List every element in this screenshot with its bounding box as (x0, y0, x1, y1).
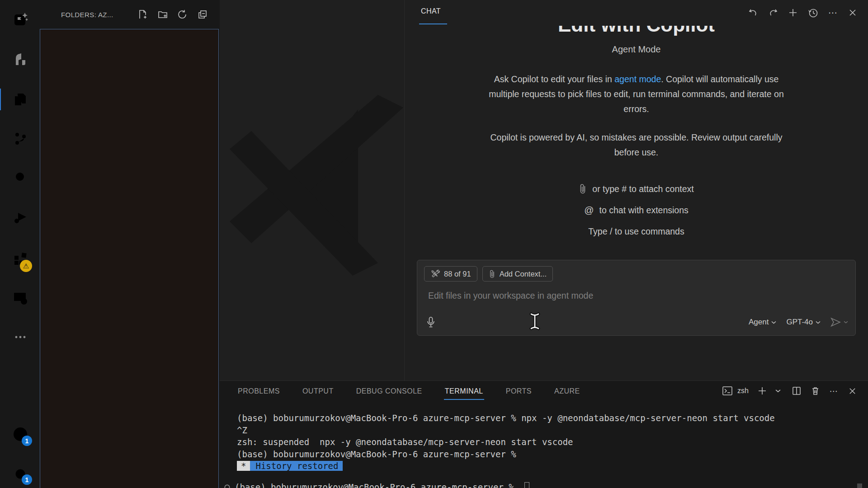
source-control-icon[interactable] (10, 129, 30, 149)
hint-use-commands: Type / to use commands (405, 226, 868, 237)
chat-tab-active-underline (419, 23, 447, 24)
explorer-sidebar: FOLDERS: AZ... (41, 0, 220, 488)
vscode-window: ⚠ 1 1 FOLDERS: AZ... (0, 0, 868, 488)
kill-terminal-icon[interactable] (809, 385, 821, 397)
hint-chat-extensions: @ to chat with extensions (405, 205, 868, 216)
model-selector[interactable]: GPT-4o (786, 318, 821, 327)
chat-input-box[interactable]: 88 of 91 Add Context... Edit files in yo… (417, 260, 856, 336)
tools-count-pill[interactable]: 88 of 91 (424, 266, 477, 282)
explorer-icon[interactable] (10, 89, 30, 109)
refresh-icon[interactable] (176, 8, 189, 21)
terminal-line-history: *History restored (237, 460, 775, 472)
at-sign-icon: @ (584, 205, 594, 216)
terminal-line: ^Z (237, 424, 775, 436)
terminal-icon (722, 385, 733, 397)
terminal-last-line: (base) boburumurzokov@MacBook-Pro-6 azur… (224, 482, 529, 488)
new-chat-icon[interactable] (787, 6, 799, 19)
tab-terminal[interactable]: TERMINAL (444, 385, 484, 397)
tools-count-label: 88 of 91 (444, 270, 471, 278)
extensions-warning-badge: ⚠ (20, 260, 32, 272)
chat-panel-header: CHAT ⋯ (405, 0, 868, 26)
active-view-indicator (0, 89, 1, 110)
paperclip-icon (579, 183, 587, 194)
hint-text: to chat with extensions (599, 205, 689, 216)
history-restored-badge: History restored (250, 461, 343, 471)
model-label: GPT-4o (786, 318, 813, 327)
split-terminal-icon[interactable] (791, 385, 802, 397)
tab-azure[interactable]: AZURE (553, 385, 581, 397)
microphone-icon[interactable] (426, 316, 435, 328)
tab-debug-console[interactable]: DEBUG CONSOLE (355, 385, 423, 397)
mode-selector[interactable]: Agent (749, 318, 776, 327)
hint-attach-context: or type # to attach context (405, 183, 868, 194)
chat-welcome-subtitle: Agent Mode (405, 44, 868, 55)
chat-close-icon[interactable] (846, 6, 859, 19)
copilot-edits-icon[interactable] (10, 9, 30, 29)
account-badge: 1 (22, 436, 32, 446)
explorer-tree-empty[interactable] (40, 29, 219, 488)
hint-text: Type / to use commands (588, 226, 684, 237)
bottom-panel: PROBLEMS OUTPUT DEBUG CONSOLE TERMINAL P… (220, 380, 868, 488)
panel-more-icon[interactable]: ⋯ (828, 385, 840, 397)
chat-welcome-title: Edit with Copilot (405, 26, 868, 36)
tab-chat[interactable]: CHAT (421, 7, 441, 15)
more-views-icon[interactable] (10, 327, 30, 347)
search-icon[interactable] (10, 168, 30, 188)
paperclip-icon (489, 269, 495, 279)
send-icon (830, 317, 841, 327)
remote-explorer-icon[interactable] (10, 288, 30, 308)
collapse-all-icon[interactable] (196, 8, 209, 21)
chat-input-placeholder: Edit files in your workspace in agent mo… (428, 291, 593, 301)
paragraph-text: Ask Copilot to edit your files in (494, 74, 615, 84)
chat-welcome-paragraph: Ask Copilot to edit your files in agent … (487, 72, 786, 117)
chevron-down-icon (816, 321, 821, 324)
activity-bar: ⚠ 1 1 (0, 0, 41, 488)
chevron-down-icon (844, 321, 848, 324)
chevron-down-icon (771, 321, 776, 324)
panel-close-icon[interactable] (846, 385, 858, 397)
chat-more-icon[interactable]: ⋯ (826, 6, 839, 19)
terminal-output[interactable]: (base) boburumurzokov@MacBook-Pro-6 azur… (237, 412, 775, 472)
terminal-line: zsh: suspended npx -y @neondatabase/mcp-… (237, 436, 775, 448)
terminal-scrollbar-thumb[interactable] (857, 483, 862, 488)
shell-name-label[interactable]: zsh (737, 387, 749, 395)
tab-output[interactable]: OUTPUT (302, 385, 335, 397)
send-button[interactable] (830, 317, 848, 327)
hint-text: or type # to attach context (592, 184, 693, 194)
terminal-prompt-text: (base) boburumurzokov@MacBook-Pro-6 azur… (235, 482, 519, 488)
chat-caution-paragraph: Copilot is powered by AI, so mistakes ar… (487, 130, 786, 160)
sidebar-title: FOLDERS: AZ... (61, 11, 113, 19)
add-context-label: Add Context... (500, 270, 547, 278)
undo-icon[interactable] (747, 6, 760, 19)
text-cursor-pointer (528, 312, 542, 331)
new-folder-icon[interactable] (156, 8, 169, 21)
new-terminal-icon[interactable] (756, 385, 768, 397)
new-file-icon[interactable] (137, 8, 149, 21)
extension-logo-icon[interactable] (10, 49, 30, 69)
run-debug-icon[interactable] (10, 208, 30, 228)
settings-badge: 1 (22, 474, 32, 485)
tab-ports[interactable]: PORTS (505, 385, 533, 397)
redo-icon[interactable] (767, 6, 779, 19)
chat-history-icon[interactable] (807, 6, 819, 19)
vscode-logo-watermark (222, 90, 403, 280)
terminal-dropdown-icon[interactable] (772, 385, 784, 397)
command-decoration-icon (224, 484, 230, 488)
terminal-line: (base) boburumurzokov@MacBook-Pro-6 azur… (237, 412, 775, 424)
tools-icon (430, 269, 440, 279)
mode-label: Agent (749, 318, 769, 327)
editor-area[interactable] (220, 0, 404, 380)
tab-problems[interactable]: PROBLEMS (237, 385, 281, 397)
add-context-button[interactable]: Add Context... (482, 266, 553, 282)
chat-panel: CHAT ⋯ Ed (404, 0, 868, 380)
history-star-badge: * (237, 461, 250, 471)
terminal-line: (base) boburumurzokov@MacBook-Pro-6 azur… (237, 448, 775, 460)
agent-mode-link[interactable]: agent mode (614, 74, 661, 84)
terminal-cursor (524, 482, 529, 488)
